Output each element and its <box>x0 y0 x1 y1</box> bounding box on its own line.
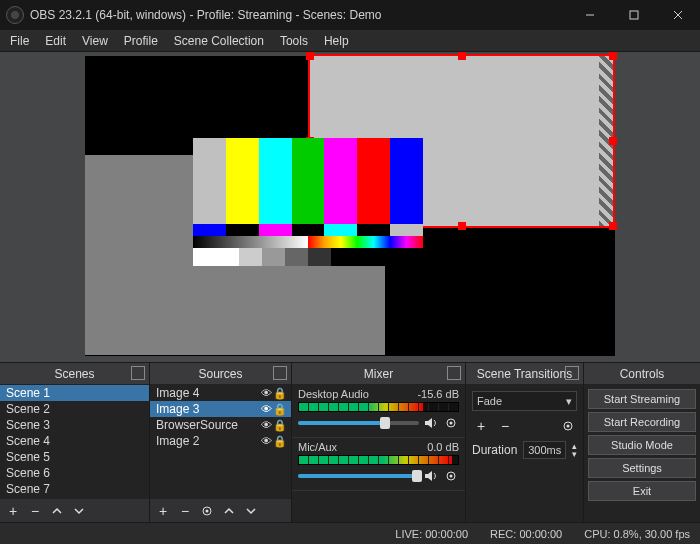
transition-select[interactable]: Fade ▾ <box>472 391 577 411</box>
level-meter <box>298 402 459 412</box>
svg-point-5 <box>206 509 209 512</box>
resize-handle-br[interactable] <box>609 222 617 230</box>
dock: Scenes Scene 1Scene 2Scene 3Scene 4Scene… <box>0 362 700 522</box>
transitions-body: Fade ▾ + − Duration 300ms ▴▾ <box>466 385 583 522</box>
lock-toggle-icon[interactable]: 🔒 <box>273 419 287 432</box>
chevron-down-icon: ▾ <box>566 395 572 408</box>
scenes-title: Scenes <box>54 367 94 381</box>
scenes-panel: Scenes Scene 1Scene 2Scene 3Scene 4Scene… <box>0 363 150 522</box>
lock-toggle-icon[interactable]: 🔒 <box>273 387 287 400</box>
controls-panel: Controls Start StreamingStart RecordingS… <box>584 363 700 522</box>
studio-mode-button[interactable]: Studio Mode <box>588 435 696 455</box>
volume-slider[interactable] <box>298 421 419 425</box>
preview-area[interactable] <box>0 52 700 362</box>
close-button[interactable] <box>656 0 700 30</box>
mixer-channel: Desktop Audio-15.6 dB <box>292 385 465 438</box>
menu-edit[interactable]: Edit <box>37 31 74 51</box>
minimize-button[interactable] <box>568 0 612 30</box>
source-item[interactable]: BrowserSource👁🔒 <box>150 417 291 433</box>
mixer-body: Desktop Audio-15.6 dBMic/Aux0.0 dB <box>292 385 465 522</box>
sources-footer: + − <box>150 498 291 522</box>
settings-button[interactable]: Settings <box>588 458 696 478</box>
scene-item[interactable]: Scene 5 <box>0 449 149 465</box>
source-settings-button[interactable] <box>198 502 216 520</box>
scenes-list[interactable]: Scene 1Scene 2Scene 3Scene 4Scene 5Scene… <box>0 385 149 498</box>
svg-marker-9 <box>425 471 432 481</box>
scene-remove-button[interactable]: − <box>26 502 44 520</box>
resize-handle-tl[interactable] <box>306 52 314 60</box>
resize-handle-mr[interactable] <box>609 137 617 145</box>
channel-name: Mic/Aux <box>298 441 337 453</box>
maximize-button[interactable] <box>612 0 656 30</box>
menu-help[interactable]: Help <box>316 31 357 51</box>
visibility-toggle-icon[interactable]: 👁 <box>259 435 273 447</box>
scene-add-button[interactable]: + <box>4 502 22 520</box>
visibility-toggle-icon[interactable]: 👁 <box>259 419 273 431</box>
svg-marker-6 <box>425 418 432 428</box>
source-item[interactable]: Image 4👁🔒 <box>150 385 291 401</box>
app-logo-icon <box>6 6 24 24</box>
svg-point-11 <box>450 475 453 478</box>
source-item[interactable]: Image 2👁🔒 <box>150 433 291 449</box>
controls-header[interactable]: Controls <box>584 363 700 385</box>
menu-tools[interactable]: Tools <box>272 31 316 51</box>
sources-list[interactable]: Image 4👁🔒Image 3👁🔒BrowserSource👁🔒Image 2… <box>150 385 291 498</box>
start-recording-button[interactable]: Start Recording <box>588 412 696 432</box>
speaker-icon[interactable] <box>423 468 439 484</box>
resize-handle-tc[interactable] <box>458 52 466 60</box>
source-browser-colorbars[interactable] <box>193 138 423 266</box>
menu-view[interactable]: View <box>74 31 116 51</box>
menu-file[interactable]: File <box>2 31 37 51</box>
speaker-icon[interactable] <box>423 415 439 431</box>
scenes-header[interactable]: Scenes <box>0 363 149 385</box>
exit-button[interactable]: Exit <box>588 481 696 501</box>
resize-handle-bc[interactable] <box>458 222 466 230</box>
scenes-popout-icon[interactable] <box>131 366 145 380</box>
transition-settings-button[interactable] <box>559 417 577 435</box>
transition-selected: Fade <box>477 395 502 407</box>
source-name: Image 3 <box>154 402 259 416</box>
menu-scene-collection[interactable]: Scene Collection <box>166 31 272 51</box>
transition-add-button[interactable]: + <box>472 417 490 435</box>
start-streaming-button[interactable]: Start Streaming <box>588 389 696 409</box>
channel-settings-button[interactable] <box>443 468 459 484</box>
lock-toggle-icon[interactable]: 🔒 <box>273 403 287 416</box>
scene-item[interactable]: Scene 6 <box>0 465 149 481</box>
mixer-popout-icon[interactable] <box>447 366 461 380</box>
transitions-header[interactable]: Scene Transitions <box>466 363 583 385</box>
controls-title: Controls <box>620 367 665 381</box>
scene-item[interactable]: Scene 7 <box>0 481 149 497</box>
visibility-toggle-icon[interactable]: 👁 <box>259 403 273 415</box>
mixer-header[interactable]: Mixer <box>292 363 465 385</box>
channel-db: 0.0 dB <box>427 441 459 453</box>
visibility-toggle-icon[interactable]: 👁 <box>259 387 273 399</box>
volume-slider[interactable] <box>298 474 419 478</box>
scene-item[interactable]: Scene 4 <box>0 433 149 449</box>
channel-db: -15.6 dB <box>417 388 459 400</box>
scene-item[interactable]: Scene 3 <box>0 417 149 433</box>
channel-settings-button[interactable] <box>443 415 459 431</box>
sources-header[interactable]: Sources <box>150 363 291 385</box>
status-rec: REC: 00:00:00 <box>490 528 562 540</box>
source-down-button[interactable] <box>242 502 260 520</box>
menu-profile[interactable]: Profile <box>116 31 166 51</box>
transitions-popout-icon[interactable] <box>565 366 579 380</box>
transition-remove-button[interactable]: − <box>496 417 514 435</box>
duration-input[interactable]: 300ms <box>523 441 566 459</box>
duration-stepper-icon[interactable]: ▴▾ <box>572 442 577 458</box>
scene-down-button[interactable] <box>70 502 88 520</box>
preview-canvas[interactable] <box>85 56 615 356</box>
sources-popout-icon[interactable] <box>273 366 287 380</box>
source-add-button[interactable]: + <box>154 502 172 520</box>
scene-up-button[interactable] <box>48 502 66 520</box>
resize-handle-tr[interactable] <box>609 52 617 60</box>
status-live: LIVE: 00:00:00 <box>395 528 468 540</box>
source-up-button[interactable] <box>220 502 238 520</box>
scene-item[interactable]: Scene 2 <box>0 401 149 417</box>
scene-item[interactable]: Scene 1 <box>0 385 149 401</box>
level-meter <box>298 455 459 465</box>
source-remove-button[interactable]: − <box>176 502 194 520</box>
duration-label: Duration <box>472 443 517 457</box>
source-item[interactable]: Image 3👁🔒 <box>150 401 291 417</box>
lock-toggle-icon[interactable]: 🔒 <box>273 435 287 448</box>
